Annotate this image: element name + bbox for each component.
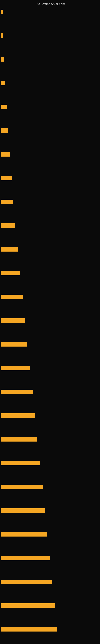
bar-label: Bottleneck result	[2, 391, 20, 393]
bar-row: B	[0, 81, 100, 85]
bar-row: Bo	[0, 247, 100, 252]
bar-block: Bo	[1, 200, 13, 204]
page-container: TheBottlenecker.com BBBBoBotBoBotBottlen…	[0, 0, 100, 644]
bar-block: Bottleneck res	[1, 366, 30, 370]
bar-label: Bottleneck res	[2, 367, 17, 369]
bar-block: Bottleneck result	[1, 556, 50, 560]
bar-block: Bottleneck result	[1, 603, 54, 608]
bar-block	[1, 128, 8, 133]
bar-label: Bottleneck re	[2, 320, 16, 322]
bar-label: Bo	[2, 201, 5, 203]
bar-row: Bottleneck resul	[0, 508, 100, 513]
bar-row: B	[0, 152, 100, 156]
bar-block: B	[1, 176, 12, 180]
bars-section: BBBBoBotBoBotBottleneBottleneck reBottle…	[0, 8, 100, 644]
bar-block: B	[1, 152, 10, 156]
bar-row	[0, 105, 100, 109]
bar-row: Bottleneck result	[0, 627, 100, 632]
bar-label: Bottleneck result	[2, 533, 20, 536]
bar-row: Bottleneck result	[0, 484, 100, 489]
bar-block: Bottleneck	[1, 342, 27, 346]
bar-label: Bottleneck res	[2, 414, 17, 417]
bar-label: B	[2, 82, 3, 84]
bar-row: Bot	[0, 271, 100, 275]
bar-block	[1, 105, 7, 109]
bar-row: Bottleneck res	[0, 366, 100, 370]
bar-row: Bottleneck res	[0, 413, 100, 418]
bar-label: Bottleneck result	[2, 486, 20, 488]
bar-row: Bottleneck	[0, 342, 100, 346]
bar-block	[1, 57, 4, 62]
bar-row	[0, 34, 100, 38]
bar-label: Bot	[2, 272, 5, 274]
bar-row: Bot	[0, 224, 100, 228]
bar-label: Bo	[2, 248, 5, 250]
bar-row	[0, 10, 100, 14]
bar-block: Bottleneck result	[1, 580, 52, 584]
bar-row: Bottleneck result	[0, 556, 100, 560]
bar-row: Bottleneck result	[0, 603, 100, 608]
bar-label: Bottlene	[2, 296, 11, 298]
bar-label: Bottleneck	[2, 343, 13, 346]
bar-label: Bottleneck re	[2, 462, 16, 464]
bar-block: Bottleneck result	[1, 390, 33, 394]
bar-label: B	[2, 153, 3, 156]
bar-block: Bottleneck re	[1, 318, 25, 323]
bar-label: Bottleneck resul	[2, 438, 19, 440]
bar-block: Bottleneck resul	[1, 508, 45, 513]
bar-row: Bottlene	[0, 295, 100, 299]
bar-label: Bottleneck result	[2, 628, 20, 630]
bar-row: Bottleneck re	[0, 461, 100, 465]
bar-block: Bottleneck re	[1, 461, 40, 465]
bar-block: Bottlene	[1, 295, 23, 299]
bar-label: Bottleneck result	[2, 557, 20, 559]
bar-block: Bot	[1, 271, 20, 275]
bar-label: Bottleneck result	[2, 604, 20, 607]
bar-row	[0, 57, 100, 62]
bar-row: B	[0, 176, 100, 180]
bar-row: Bottleneck re	[0, 318, 100, 323]
bar-label: Bot	[2, 224, 5, 227]
bar-row: Bottleneck result	[0, 390, 100, 394]
bar-row: Bo	[0, 200, 100, 204]
bar-row: Bottleneck result	[0, 580, 100, 584]
bar-label: Bottleneck resul	[2, 509, 19, 512]
bar-row: Bottleneck result	[0, 532, 100, 536]
bar-row: Bottleneck resul	[0, 437, 100, 442]
bar-block: Bot	[1, 224, 15, 228]
bar-block	[1, 10, 2, 14]
bar-block: Bottleneck result	[1, 532, 48, 536]
bar-block	[1, 34, 3, 38]
bar-row	[0, 128, 100, 133]
bar-block: B	[1, 81, 5, 85]
bar-block: Bottleneck resul	[1, 437, 37, 442]
site-title: TheBottlenecker.com	[0, 0, 100, 8]
bar-block: Bottleneck result	[1, 484, 43, 489]
bar-label: Bottleneck result	[2, 580, 20, 583]
bar-label: B	[2, 177, 3, 179]
bar-block: Bottleneck result	[1, 627, 57, 632]
bar-block: Bo	[1, 247, 18, 252]
bar-block: Bottleneck res	[1, 413, 35, 418]
